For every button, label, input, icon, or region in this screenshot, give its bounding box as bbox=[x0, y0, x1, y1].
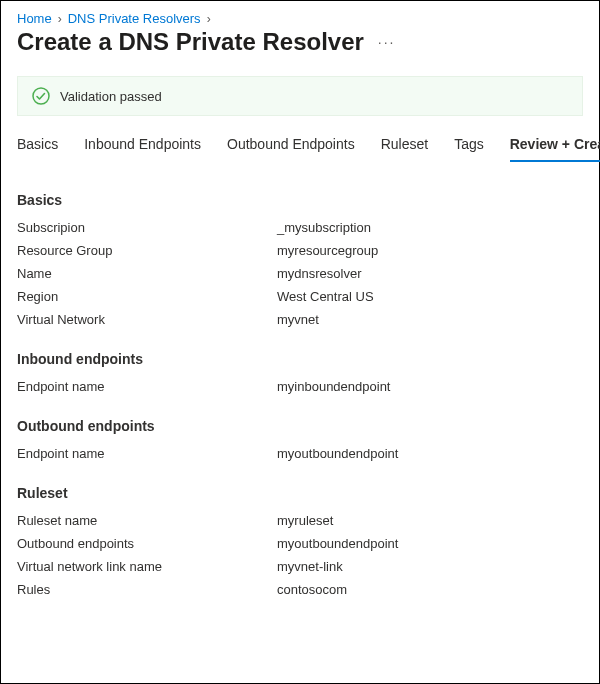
value-outbound-endpoint-name: myoutboundendpoint bbox=[277, 446, 398, 461]
label-inbound-endpoint-name: Endpoint name bbox=[17, 379, 277, 394]
value-name: mydnsresolver bbox=[277, 266, 362, 281]
value-ruleset-outbound-endpoints: myoutboundendpoint bbox=[277, 536, 398, 551]
label-resource-group: Resource Group bbox=[17, 243, 277, 258]
tab-ruleset[interactable]: Ruleset bbox=[381, 132, 428, 162]
success-check-icon bbox=[32, 87, 50, 105]
label-rules: Rules bbox=[17, 582, 277, 597]
chevron-right-icon: › bbox=[207, 12, 211, 26]
value-virtual-network: myvnet bbox=[277, 312, 319, 327]
page-title: Create a DNS Private Resolver bbox=[17, 28, 364, 56]
svg-point-0 bbox=[33, 88, 49, 104]
breadcrumb-parent[interactable]: DNS Private Resolvers bbox=[68, 11, 201, 26]
section-title-inbound: Inbound endpoints bbox=[17, 351, 583, 367]
tabs: Basics Inbound Endpoints Outbound Endpoi… bbox=[17, 132, 583, 162]
validation-text: Validation passed bbox=[60, 89, 162, 104]
section-title-ruleset: Ruleset bbox=[17, 485, 583, 501]
more-actions-button[interactable]: ··· bbox=[378, 35, 396, 49]
value-inbound-endpoint-name: myinboundendpoint bbox=[277, 379, 390, 394]
label-vnet-link-name: Virtual network link name bbox=[17, 559, 277, 574]
label-outbound-endpoint-name: Endpoint name bbox=[17, 446, 277, 461]
breadcrumb-home[interactable]: Home bbox=[17, 11, 52, 26]
label-subscription: Subscripion bbox=[17, 220, 277, 235]
tab-tags[interactable]: Tags bbox=[454, 132, 484, 162]
value-vnet-link-name: myvnet-link bbox=[277, 559, 343, 574]
value-region: West Central US bbox=[277, 289, 374, 304]
validation-banner: Validation passed bbox=[17, 76, 583, 116]
tab-review-create[interactable]: Review + Create bbox=[510, 132, 600, 162]
tab-outbound-endpoints[interactable]: Outbound Endpoints bbox=[227, 132, 355, 162]
value-subscription: _mysubscription bbox=[277, 220, 371, 235]
value-resource-group: myresourcegroup bbox=[277, 243, 378, 258]
label-virtual-network: Virtual Network bbox=[17, 312, 277, 327]
tab-inbound-endpoints[interactable]: Inbound Endpoints bbox=[84, 132, 201, 162]
value-rules: contosocom bbox=[277, 582, 347, 597]
chevron-right-icon: › bbox=[58, 12, 62, 26]
label-ruleset-name: Ruleset name bbox=[17, 513, 277, 528]
section-title-outbound: Outbound endpoints bbox=[17, 418, 583, 434]
value-ruleset-name: myruleset bbox=[277, 513, 333, 528]
label-region: Region bbox=[17, 289, 277, 304]
breadcrumb: Home › DNS Private Resolvers › bbox=[17, 11, 583, 26]
section-title-basics: Basics bbox=[17, 192, 583, 208]
label-name: Name bbox=[17, 266, 277, 281]
label-ruleset-outbound-endpoints: Outbound endpoints bbox=[17, 536, 277, 551]
tab-basics[interactable]: Basics bbox=[17, 132, 58, 162]
